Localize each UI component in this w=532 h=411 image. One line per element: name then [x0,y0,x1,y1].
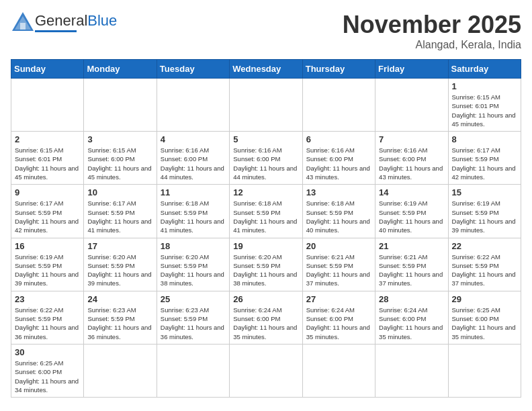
calendar-cell: 13Sunrise: 6:18 AM Sunset: 5:59 PM Dayli… [302,185,375,238]
day-info: Sunrise: 6:20 AM Sunset: 5:59 PM Dayligh… [233,253,298,288]
header-friday: Friday [375,60,448,79]
calendar-cell: 29Sunrise: 6:25 AM Sunset: 6:00 PM Dayli… [448,291,521,344]
day-number: 14 [379,187,444,197]
calendar-cell: 19Sunrise: 6:20 AM Sunset: 5:59 PM Dayli… [230,238,302,291]
day-number: 8 [452,134,517,144]
day-info: Sunrise: 6:25 AM Sunset: 6:00 PM Dayligh… [15,359,80,394]
calendar-cell [448,344,521,397]
calendar-cell: 8Sunrise: 6:17 AM Sunset: 5:59 PM Daylig… [448,132,521,185]
day-info: Sunrise: 6:15 AM Sunset: 6:01 PM Dayligh… [452,93,517,128]
day-number: 22 [452,241,517,251]
calendar: Sunday Monday Tuesday Wednesday Thursday… [11,59,521,398]
day-number: 16 [15,241,80,251]
header-monday: Monday [84,60,157,79]
calendar-cell: 23Sunrise: 6:22 AM Sunset: 5:59 PM Dayli… [11,291,84,344]
day-number: 11 [161,187,226,197]
calendar-week-4: 23Sunrise: 6:22 AM Sunset: 5:59 PM Dayli… [11,291,521,344]
calendar-cell: 16Sunrise: 6:19 AM Sunset: 5:59 PM Dayli… [11,238,84,291]
calendar-cell [84,79,157,132]
location: Alangad, Kerala, India [343,39,521,51]
day-info: Sunrise: 6:17 AM Sunset: 5:59 PM Dayligh… [87,199,152,234]
calendar-cell [230,344,302,397]
day-info: Sunrise: 6:21 AM Sunset: 5:59 PM Dayligh… [306,253,371,288]
header-thursday: Thursday [302,60,375,79]
calendar-cell: 11Sunrise: 6:18 AM Sunset: 5:59 PM Dayli… [157,185,229,238]
day-number: 6 [306,134,371,144]
calendar-cell [157,344,229,397]
day-number: 26 [233,294,298,304]
calendar-cell [302,79,375,132]
calendar-cell: 24Sunrise: 6:23 AM Sunset: 5:59 PM Dayli… [84,291,157,344]
day-number: 20 [306,241,371,251]
calendar-cell [84,344,157,397]
day-number: 17 [87,241,152,251]
calendar-cell: 27Sunrise: 6:24 AM Sunset: 6:00 PM Dayli… [302,291,375,344]
day-info: Sunrise: 6:16 AM Sunset: 6:00 PM Dayligh… [233,146,298,181]
day-info: Sunrise: 6:17 AM Sunset: 5:59 PM Dayligh… [15,199,80,234]
day-number: 4 [161,134,226,144]
calendar-cell: 9Sunrise: 6:17 AM Sunset: 5:59 PM Daylig… [11,185,84,238]
header-tuesday: Tuesday [157,60,229,79]
calendar-cell [375,79,448,132]
calendar-body: 1Sunrise: 6:15 AM Sunset: 6:01 PM Daylig… [11,79,521,398]
day-info: Sunrise: 6:16 AM Sunset: 6:00 PM Dayligh… [306,146,371,181]
header: GeneralBlue November 2025 Alangad, Keral… [11,11,521,51]
calendar-cell: 3Sunrise: 6:15 AM Sunset: 6:00 PM Daylig… [84,132,157,185]
header-sunday: Sunday [11,60,84,79]
day-number: 1 [452,81,517,91]
logo-icon [11,11,35,34]
day-number: 3 [87,134,152,144]
day-number: 27 [306,294,371,304]
day-number: 7 [379,134,444,144]
calendar-week-0: 1Sunrise: 6:15 AM Sunset: 6:01 PM Daylig… [11,79,521,132]
calendar-cell: 20Sunrise: 6:21 AM Sunset: 5:59 PM Dayli… [302,238,375,291]
day-info: Sunrise: 6:16 AM Sunset: 6:00 PM Dayligh… [379,146,444,181]
day-number: 30 [15,347,80,357]
calendar-week-5: 30Sunrise: 6:25 AM Sunset: 6:00 PM Dayli… [11,344,521,397]
day-info: Sunrise: 6:19 AM Sunset: 5:59 PM Dayligh… [15,253,80,288]
day-info: Sunrise: 6:19 AM Sunset: 5:59 PM Dayligh… [379,199,444,234]
calendar-cell: 26Sunrise: 6:24 AM Sunset: 6:00 PM Dayli… [230,291,302,344]
calendar-week-2: 9Sunrise: 6:17 AM Sunset: 5:59 PM Daylig… [11,185,521,238]
day-info: Sunrise: 6:22 AM Sunset: 5:59 PM Dayligh… [15,306,80,341]
calendar-cell [157,79,229,132]
day-info: Sunrise: 6:18 AM Sunset: 5:59 PM Dayligh… [306,199,371,234]
day-info: Sunrise: 6:15 AM Sunset: 6:00 PM Dayligh… [87,146,152,181]
calendar-week-1: 2Sunrise: 6:15 AM Sunset: 6:01 PM Daylig… [11,132,521,185]
day-info: Sunrise: 6:18 AM Sunset: 5:59 PM Dayligh… [161,199,226,234]
calendar-cell: 18Sunrise: 6:20 AM Sunset: 5:59 PM Dayli… [157,238,229,291]
calendar-cell: 5Sunrise: 6:16 AM Sunset: 6:00 PM Daylig… [230,132,302,185]
calendar-cell: 17Sunrise: 6:20 AM Sunset: 5:59 PM Dayli… [84,238,157,291]
day-number: 2 [15,134,80,144]
day-info: Sunrise: 6:18 AM Sunset: 5:59 PM Dayligh… [233,199,298,234]
day-number: 21 [379,241,444,251]
day-info: Sunrise: 6:17 AM Sunset: 5:59 PM Dayligh… [452,146,517,181]
day-number: 13 [306,187,371,197]
day-info: Sunrise: 6:25 AM Sunset: 6:00 PM Dayligh… [452,306,517,341]
calendar-cell: 4Sunrise: 6:16 AM Sunset: 6:00 PM Daylig… [157,132,229,185]
calendar-cell: 25Sunrise: 6:23 AM Sunset: 5:59 PM Dayli… [157,291,229,344]
day-number: 18 [161,241,226,251]
day-number: 29 [452,294,517,304]
calendar-header: Sunday Monday Tuesday Wednesday Thursday… [11,60,521,79]
day-info: Sunrise: 6:23 AM Sunset: 5:59 PM Dayligh… [87,306,152,341]
day-number: 10 [87,187,152,197]
calendar-cell: 10Sunrise: 6:17 AM Sunset: 5:59 PM Dayli… [84,185,157,238]
calendar-cell [375,344,448,397]
logo-general: General [35,12,87,29]
calendar-week-3: 16Sunrise: 6:19 AM Sunset: 5:59 PM Dayli… [11,238,521,291]
day-number: 19 [233,241,298,251]
svg-rect-2 [20,23,26,30]
day-info: Sunrise: 6:22 AM Sunset: 5:59 PM Dayligh… [452,253,517,288]
calendar-cell: 7Sunrise: 6:16 AM Sunset: 6:00 PM Daylig… [375,132,448,185]
logo-underline [35,30,77,32]
calendar-cell: 28Sunrise: 6:24 AM Sunset: 6:00 PM Dayli… [375,291,448,344]
header-row: Sunday Monday Tuesday Wednesday Thursday… [11,60,521,79]
calendar-cell: 22Sunrise: 6:22 AM Sunset: 5:59 PM Dayli… [448,238,521,291]
day-number: 15 [452,187,517,197]
day-number: 23 [15,294,80,304]
calendar-cell: 12Sunrise: 6:18 AM Sunset: 5:59 PM Dayli… [230,185,302,238]
calendar-cell [11,79,84,132]
day-info: Sunrise: 6:24 AM Sunset: 6:00 PM Dayligh… [306,306,371,341]
day-number: 25 [161,294,226,304]
